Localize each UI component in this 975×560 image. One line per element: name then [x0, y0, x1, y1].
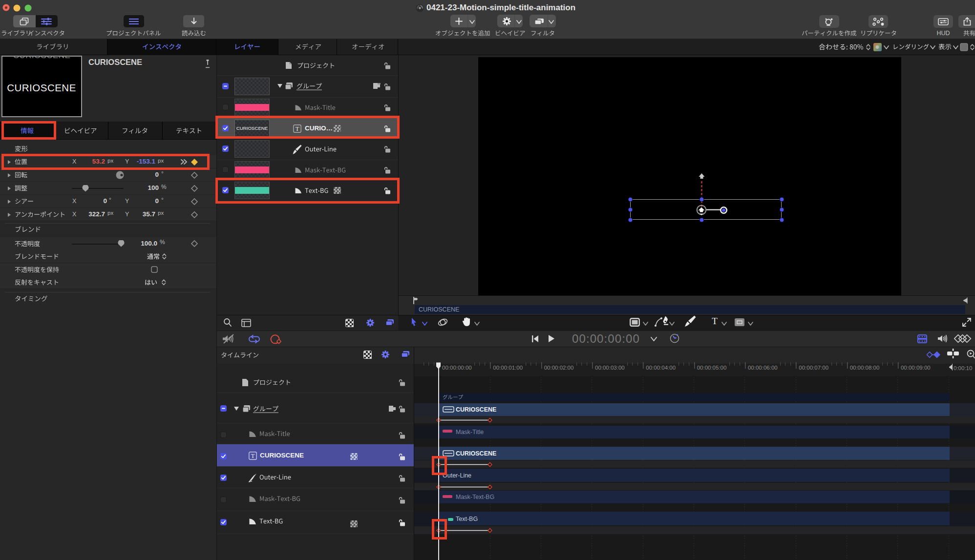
- svg-text:T: T: [251, 453, 255, 459]
